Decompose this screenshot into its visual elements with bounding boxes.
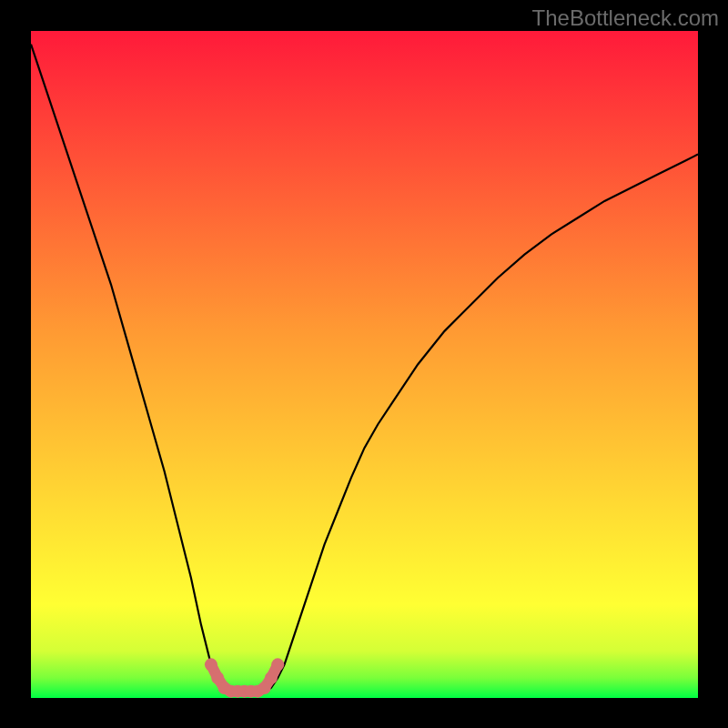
marker-dot: [271, 658, 284, 671]
marker-dot: [205, 658, 217, 671]
marker-dot: [265, 672, 278, 684]
attribution-text: TheBottleneck.com: [532, 5, 719, 31]
plot-background: [31, 31, 698, 698]
bottleneck-chart: [0, 0, 728, 728]
